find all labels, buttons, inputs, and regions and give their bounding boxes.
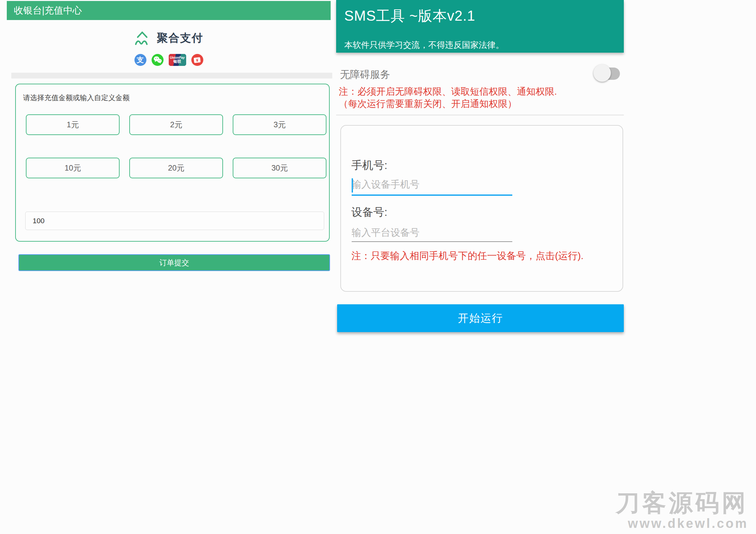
unionpay-cn-label: 银联 [174,60,181,64]
unionpay-wordmark: UnionPay 银联 [169,54,186,66]
device-input-underline [352,223,512,242]
screenshot-root: 收银台|充值中心 聚合支付 支 [0,0,756,534]
permission-note-line2: （每次运行需要重新关闭、开启通知权限） [339,98,517,111]
amount-button-10yuan[interactable]: 10元 [26,158,120,178]
watermark-site-name: 刀客源码网 [616,491,748,515]
amount-button-30yuan[interactable]: 30元 [233,158,326,178]
red-envelope-icon[interactable]: ¥ [191,54,203,66]
envelope-yuan-glyph: ¥ [194,57,201,63]
sms-app-disclaimer: 本软件只供学习交流，不得违反国家法律。 [344,39,504,51]
brand-row: 聚合支付 [7,30,331,46]
order-submit-button[interactable]: 订单提交 [18,254,330,271]
unionpay-icon[interactable]: UnionPay 银联 [169,54,186,66]
phone-number-label: 手机号: [351,158,387,173]
amount-button-20yuan[interactable]: 20元 [129,158,223,178]
cashier-title: 收银台|充值中心 [14,5,82,15]
toggle-thumb [593,64,611,82]
watermark-site-url: www.dkewl.com [616,517,748,530]
progress-bar [11,73,332,79]
accessibility-service-label: 无障碍服务 [340,68,390,81]
device-number-input[interactable] [352,223,512,241]
permission-note-line1: 注：必须开启无障碍权限、读取短信权限、通知权限. [339,85,557,98]
sms-form-card: 手机号: 设备号: 注：只要输入相同手机号下的任一设备号，点击(运行). [340,125,623,292]
amount-button-2yuan[interactable]: 2元 [129,114,223,135]
alipay-icon[interactable]: 支 [134,54,147,66]
wechat-bubbles-glyph [152,55,163,65]
brand-name: 聚合支付 [157,31,203,45]
amount-prompt: 请选择充值金额或输入自定义金额 [23,93,130,103]
sms-app-title: SMS工具 ~版本v2.1 [344,7,475,26]
accessibility-toggle[interactable] [593,64,621,82]
device-note: 注：只要输入相同手机号下的任一设备号，点击(运行). [351,249,583,263]
custom-amount-input[interactable] [25,212,324,230]
amount-button-3yuan[interactable]: 3元 [233,114,326,135]
section-divider [336,115,624,115]
start-run-button[interactable]: 开始运行 [337,304,624,332]
aggregate-pay-logo-icon [134,30,150,46]
device-number-label: 设备号: [351,205,387,220]
phone-input-underline [352,174,512,196]
wechat-pay-icon[interactable] [151,54,164,66]
text-caret [352,178,353,192]
alipay-glyph: 支 [137,55,144,65]
sms-header-bar: SMS工具 ~版本v2.1 本软件只供学习交流，不得违反国家法律。 [336,0,624,53]
phone-number-input[interactable] [352,174,512,194]
payment-methods-row: 支 UnionPay 银联 ¥ [7,54,331,66]
amount-button-1yuan[interactable]: 1元 [26,114,120,135]
watermark: 刀客源码网 www.dkewl.com [616,491,748,530]
cashier-header-bar: 收银台|充值中心 [7,1,331,20]
